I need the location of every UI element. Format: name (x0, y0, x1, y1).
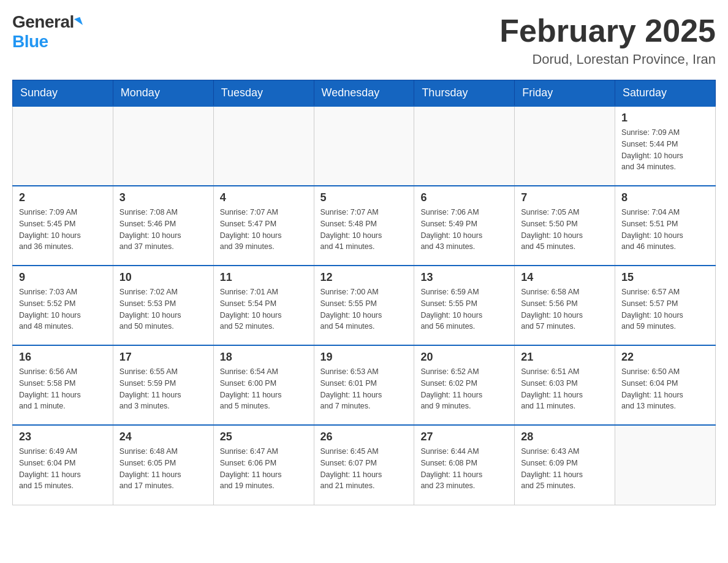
day-info: Sunrise: 6:50 AMSunset: 6:04 PMDaylight:… (621, 366, 709, 412)
calendar-cell: 14Sunrise: 6:58 AMSunset: 5:56 PMDayligh… (515, 266, 615, 345)
day-number: 11 (220, 271, 308, 284)
day-number: 26 (320, 431, 408, 443)
day-number: 22 (621, 351, 709, 364)
calendar-cell: 21Sunrise: 6:51 AMSunset: 6:03 PMDayligh… (515, 345, 615, 425)
day-info: Sunrise: 6:53 AMSunset: 6:01 PMDaylight:… (320, 366, 408, 412)
day-number: 9 (19, 271, 107, 284)
calendar-cell: 11Sunrise: 7:01 AMSunset: 5:54 PMDayligh… (213, 266, 314, 345)
day-number: 5 (320, 191, 408, 204)
calendar-cell: 6Sunrise: 7:06 AMSunset: 5:49 PMDaylight… (414, 186, 515, 266)
logo-triangle-icon (74, 17, 83, 28)
day-number: 19 (320, 351, 408, 364)
calendar-cell (113, 106, 213, 186)
logo: General Blue (12, 12, 82, 52)
day-number: 16 (19, 351, 107, 364)
day-number: 3 (119, 191, 207, 204)
day-info: Sunrise: 6:49 AMSunset: 6:04 PMDaylight:… (19, 446, 107, 492)
location-subtitle: Dorud, Lorestan Province, Iran (499, 52, 716, 67)
calendar-cell: 16Sunrise: 6:56 AMSunset: 5:58 PMDayligh… (13, 345, 113, 425)
weekday-header-sunday: Sunday (13, 80, 113, 107)
weekday-header-monday: Monday (113, 80, 213, 107)
week-row-4: 16Sunrise: 6:56 AMSunset: 5:58 PMDayligh… (13, 345, 716, 425)
day-number: 13 (420, 271, 508, 284)
calendar-cell (615, 425, 716, 505)
calendar-cell (515, 106, 615, 186)
day-info: Sunrise: 7:08 AMSunset: 5:46 PMDaylight:… (119, 207, 207, 253)
logo-general-text: General (12, 12, 74, 32)
calendar-cell: 26Sunrise: 6:45 AMSunset: 6:07 PMDayligh… (314, 425, 414, 505)
calendar-cell: 5Sunrise: 7:07 AMSunset: 5:48 PMDaylight… (314, 186, 414, 266)
calendar-table: SundayMondayTuesdayWednesdayThursdayFrid… (12, 80, 716, 505)
calendar-cell: 13Sunrise: 6:59 AMSunset: 5:55 PMDayligh… (414, 266, 515, 345)
day-number: 7 (521, 191, 609, 204)
calendar-cell: 22Sunrise: 6:50 AMSunset: 6:04 PMDayligh… (615, 345, 716, 425)
day-number: 10 (119, 271, 207, 284)
calendar-cell: 19Sunrise: 6:53 AMSunset: 6:01 PMDayligh… (314, 345, 414, 425)
day-info: Sunrise: 7:01 AMSunset: 5:54 PMDaylight:… (220, 286, 308, 332)
weekday-header-saturday: Saturday (615, 80, 716, 107)
calendar-cell: 12Sunrise: 7:00 AMSunset: 5:55 PMDayligh… (314, 266, 414, 345)
day-info: Sunrise: 6:55 AMSunset: 5:59 PMDaylight:… (119, 366, 207, 412)
day-number: 18 (220, 351, 308, 364)
day-number: 23 (19, 431, 107, 443)
calendar-cell: 9Sunrise: 7:03 AMSunset: 5:52 PMDaylight… (13, 266, 113, 345)
title-section: February 2025 Dorud, Lorestan Province, … (499, 12, 716, 67)
calendar-cell: 15Sunrise: 6:57 AMSunset: 5:57 PMDayligh… (615, 266, 716, 345)
calendar-cell: 20Sunrise: 6:52 AMSunset: 6:02 PMDayligh… (414, 345, 515, 425)
page-header: General Blue February 2025 Dorud, Lorest… (12, 12, 716, 67)
calendar-header-row: SundayMondayTuesdayWednesdayThursdayFrid… (13, 80, 716, 107)
day-info: Sunrise: 7:07 AMSunset: 5:47 PMDaylight:… (220, 207, 308, 253)
day-info: Sunrise: 6:51 AMSunset: 6:03 PMDaylight:… (521, 366, 609, 412)
day-info: Sunrise: 6:54 AMSunset: 6:00 PMDaylight:… (220, 366, 308, 412)
day-number: 27 (420, 431, 508, 443)
day-info: Sunrise: 7:07 AMSunset: 5:48 PMDaylight:… (320, 207, 408, 253)
calendar-cell: 8Sunrise: 7:04 AMSunset: 5:51 PMDaylight… (615, 186, 716, 266)
day-info: Sunrise: 7:04 AMSunset: 5:51 PMDaylight:… (621, 207, 709, 253)
calendar-cell: 2Sunrise: 7:09 AMSunset: 5:45 PMDaylight… (13, 186, 113, 266)
day-number: 14 (521, 271, 609, 284)
day-number: 15 (621, 271, 709, 284)
day-number: 21 (521, 351, 609, 364)
day-info: Sunrise: 6:59 AMSunset: 5:55 PMDaylight:… (420, 286, 508, 332)
day-number: 20 (420, 351, 508, 364)
month-year-title: February 2025 (499, 12, 716, 49)
day-info: Sunrise: 6:52 AMSunset: 6:02 PMDaylight:… (420, 366, 508, 412)
day-number: 24 (119, 431, 207, 443)
day-number: 12 (320, 271, 408, 284)
weekday-header-wednesday: Wednesday (314, 80, 414, 107)
calendar-cell (314, 106, 414, 186)
calendar-cell (13, 106, 113, 186)
day-info: Sunrise: 6:56 AMSunset: 5:58 PMDaylight:… (19, 366, 107, 412)
week-row-5: 23Sunrise: 6:49 AMSunset: 6:04 PMDayligh… (13, 425, 716, 505)
weekday-header-friday: Friday (515, 80, 615, 107)
day-info: Sunrise: 7:02 AMSunset: 5:53 PMDaylight:… (119, 286, 207, 332)
day-info: Sunrise: 7:03 AMSunset: 5:52 PMDaylight:… (19, 286, 107, 332)
day-number: 17 (119, 351, 207, 364)
day-info: Sunrise: 7:00 AMSunset: 5:55 PMDaylight:… (320, 286, 408, 332)
calendar-cell: 24Sunrise: 6:48 AMSunset: 6:05 PMDayligh… (113, 425, 213, 505)
day-number: 4 (220, 191, 308, 204)
calendar-cell: 23Sunrise: 6:49 AMSunset: 6:04 PMDayligh… (13, 425, 113, 505)
day-number: 6 (420, 191, 508, 204)
day-info: Sunrise: 6:44 AMSunset: 6:08 PMDaylight:… (420, 446, 508, 492)
day-info: Sunrise: 7:09 AMSunset: 5:44 PMDaylight:… (621, 127, 709, 173)
weekday-header-thursday: Thursday (414, 80, 515, 107)
calendar-cell: 10Sunrise: 7:02 AMSunset: 5:53 PMDayligh… (113, 266, 213, 345)
week-row-2: 2Sunrise: 7:09 AMSunset: 5:45 PMDaylight… (13, 186, 716, 266)
day-number: 1 (621, 112, 709, 124)
day-number: 28 (521, 431, 609, 443)
weekday-header-tuesday: Tuesday (213, 80, 314, 107)
week-row-3: 9Sunrise: 7:03 AMSunset: 5:52 PMDaylight… (13, 266, 716, 345)
calendar-cell: 18Sunrise: 6:54 AMSunset: 6:00 PMDayligh… (213, 345, 314, 425)
day-info: Sunrise: 7:09 AMSunset: 5:45 PMDaylight:… (19, 207, 107, 253)
calendar-cell: 3Sunrise: 7:08 AMSunset: 5:46 PMDaylight… (113, 186, 213, 266)
day-info: Sunrise: 7:06 AMSunset: 5:49 PMDaylight:… (420, 207, 508, 253)
day-number: 25 (220, 431, 308, 443)
calendar-cell: 17Sunrise: 6:55 AMSunset: 5:59 PMDayligh… (113, 345, 213, 425)
day-info: Sunrise: 7:05 AMSunset: 5:50 PMDaylight:… (521, 207, 609, 253)
logo-blue-text: Blue (12, 32, 48, 51)
week-row-1: 1Sunrise: 7:09 AMSunset: 5:44 PMDaylight… (13, 106, 716, 186)
calendar-cell: 27Sunrise: 6:44 AMSunset: 6:08 PMDayligh… (414, 425, 515, 505)
day-number: 8 (621, 191, 709, 204)
calendar-cell: 1Sunrise: 7:09 AMSunset: 5:44 PMDaylight… (615, 106, 716, 186)
